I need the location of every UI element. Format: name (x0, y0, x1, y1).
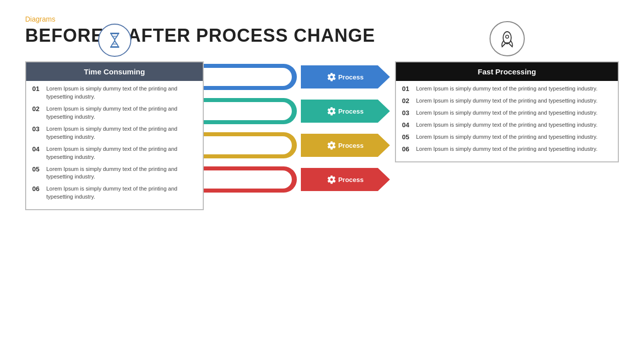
item-number: 01 (402, 85, 416, 93)
right-list-item: 02 Lorem Ipsum is simply dummy text of t… (402, 97, 610, 105)
process-arrow: Process (301, 65, 390, 88)
process-arrow: Process (301, 100, 390, 123)
item-number: 04 (32, 145, 46, 153)
item-text: Lorem Ipsum is simply dummy text of the … (46, 125, 195, 141)
item-text: Lorem Ipsum is simply dummy text of the … (416, 109, 598, 117)
process-row: Process (204, 61, 390, 93)
left-header: Time Consuming (26, 62, 203, 81)
gear-icon (327, 141, 336, 150)
process-label: Process (338, 73, 364, 81)
right-list-item: 04 Lorem Ipsum is simply dummy text of t… (402, 121, 610, 129)
item-number: 02 (32, 105, 46, 113)
process-row: Process (204, 96, 390, 127)
left-list-item: 05 Lorem Ipsum is simply dummy text of t… (32, 165, 195, 182)
process-arrow: Process (301, 168, 390, 191)
item-number: 06 (32, 185, 46, 193)
process-label: Process (338, 108, 364, 115)
item-text: Lorem Ipsum is simply dummy text of the … (416, 133, 598, 141)
page: Diagrams BEFORE & AFTER PROCESS CHANGE T… (0, 0, 644, 362)
right-panel: Fast Processing 01 Lorem Ipsum is simply… (395, 61, 619, 162)
curved-band (204, 64, 297, 90)
rocket-svg (497, 29, 517, 49)
left-box: Time Consuming 01 Lorem Ipsum is simply … (25, 61, 204, 210)
left-items: 01 Lorem Ipsum is simply dummy text of t… (26, 81, 203, 209)
center-section: Process Process Process Process (204, 61, 390, 198)
gear-icon (327, 107, 336, 116)
item-number: 05 (402, 133, 416, 141)
item-number: 04 (402, 121, 416, 129)
right-header: Fast Processing (396, 62, 618, 81)
item-text: Lorem Ipsum is simply dummy text of the … (46, 185, 195, 201)
tag-label: Diagrams (25, 15, 619, 23)
item-number: 03 (402, 109, 416, 117)
left-list-item: 06 Lorem Ipsum is simply dummy text of t… (32, 185, 195, 201)
svg-point-2 (503, 32, 511, 44)
item-number: 05 (32, 165, 46, 173)
process-row: Process (204, 130, 390, 161)
svg-rect-0 (110, 33, 119, 34)
process-arrow: Process (301, 134, 390, 157)
right-list-item: 05 Lorem Ipsum is simply dummy text of t… (402, 133, 610, 141)
item-text: Lorem Ipsum is simply dummy text of the … (46, 165, 195, 182)
item-text: Lorem Ipsum is simply dummy text of the … (416, 85, 598, 93)
left-panel: Time Consuming 01 Lorem Ipsum is simply … (25, 61, 204, 210)
item-number: 06 (402, 145, 416, 153)
item-text: Lorem Ipsum is simply dummy text of the … (46, 85, 195, 101)
process-label: Process (338, 142, 364, 149)
right-list-item: 06 Lorem Ipsum is simply dummy text of t… (402, 145, 610, 153)
gear-icon (327, 72, 336, 81)
item-text: Lorem Ipsum is simply dummy text of the … (416, 97, 598, 105)
process-row: Process (204, 164, 390, 195)
curved-band (204, 166, 297, 193)
hourglass-svg (106, 31, 124, 49)
item-text: Lorem Ipsum is simply dummy text of the … (416, 121, 598, 129)
curved-band (204, 98, 297, 124)
gear-icon (327, 175, 336, 184)
svg-rect-1 (110, 46, 119, 48)
right-items: 01 Lorem Ipsum is simply dummy text of t… (396, 81, 618, 161)
left-list-item: 04 Lorem Ipsum is simply dummy text of t… (32, 145, 195, 161)
svg-point-3 (506, 35, 509, 38)
right-list-item: 03 Lorem Ipsum is simply dummy text of t… (402, 109, 610, 117)
left-list-item: 01 Lorem Ipsum is simply dummy text of t… (32, 85, 195, 101)
right-box: Fast Processing 01 Lorem Ipsum is simply… (395, 61, 619, 162)
left-list-item: 02 Lorem Ipsum is simply dummy text of t… (32, 105, 195, 121)
item-number: 01 (32, 85, 46, 93)
rocket-icon (490, 21, 525, 56)
process-label: Process (338, 176, 364, 184)
right-list-item: 01 Lorem Ipsum is simply dummy text of t… (402, 85, 610, 93)
curved-band (204, 132, 297, 158)
item-number: 03 (32, 125, 46, 133)
item-text: Lorem Ipsum is simply dummy text of the … (46, 105, 195, 121)
item-number: 02 (402, 97, 416, 105)
left-list-item: 03 Lorem Ipsum is simply dummy text of t… (32, 125, 195, 141)
hourglass-icon (98, 24, 131, 57)
item-text: Lorem Ipsum is simply dummy text of the … (46, 145, 195, 161)
item-text: Lorem Ipsum is simply dummy text of the … (416, 145, 598, 153)
